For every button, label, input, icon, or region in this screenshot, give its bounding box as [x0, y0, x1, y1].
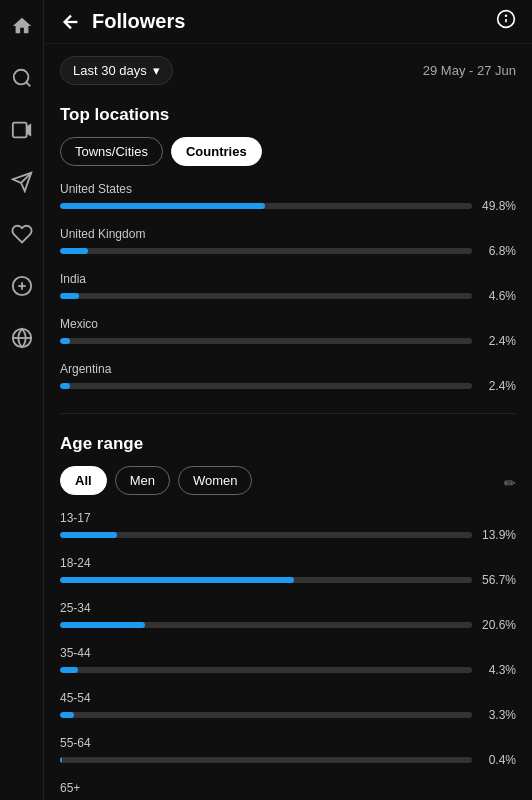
age-bar-35-44: 35-44 4.3% [60, 646, 516, 677]
sidebar-item-send[interactable] [8, 168, 36, 196]
divider-1 [60, 413, 516, 414]
location-bar-argentina: Argentina 2.4% [60, 362, 516, 393]
tab-men[interactable]: Men [115, 466, 170, 495]
svg-point-0 [13, 70, 28, 85]
age-bar-55-64: 55-64 0.4% [60, 736, 516, 767]
tab-countries[interactable]: Countries [171, 137, 262, 166]
sidebar-item-video[interactable] [8, 116, 36, 144]
age-bar-45-54: 45-54 3.3% [60, 691, 516, 722]
svg-rect-2 [12, 123, 26, 138]
dropdown-chevron: ▾ [153, 63, 160, 78]
age-tab-group: All Men Women [60, 466, 516, 495]
edit-icon[interactable]: ✏ [504, 475, 516, 491]
date-filter-dropdown[interactable]: Last 30 days ▾ [60, 56, 173, 85]
page-title: Followers [92, 10, 185, 33]
sidebar [0, 0, 44, 800]
header: Followers [44, 0, 532, 44]
top-locations-section: Top locations Towns/Cities Countries Uni… [60, 105, 516, 393]
sidebar-item-globe[interactable] [8, 324, 36, 352]
location-bar-india: India 4.6% [60, 272, 516, 303]
date-filter-label: Last 30 days [73, 63, 147, 78]
date-row: Last 30 days ▾ 29 May - 27 Jun [60, 44, 516, 97]
location-bar-united-states: United States 49.8% [60, 182, 516, 213]
location-bar-united-kingdom: United Kingdom 6.8% [60, 227, 516, 258]
sidebar-item-search[interactable] [8, 64, 36, 92]
tab-all[interactable]: All [60, 466, 107, 495]
content-area: Last 30 days ▾ 29 May - 27 Jun Top locat… [44, 44, 532, 800]
age-bar-18-24: 18-24 56.7% [60, 556, 516, 587]
info-button[interactable] [496, 9, 516, 34]
sidebar-item-heart[interactable] [8, 220, 36, 248]
date-range-text: 29 May - 27 Jun [423, 63, 516, 78]
back-button[interactable] [60, 11, 82, 33]
top-locations-title: Top locations [60, 105, 516, 125]
sidebar-item-add[interactable] [8, 272, 36, 300]
location-tab-group: Towns/Cities Countries [60, 137, 516, 166]
svg-line-1 [26, 82, 30, 86]
age-bar-13-17: 13-17 13.9% [60, 511, 516, 542]
location-bar-mexico: Mexico 2.4% [60, 317, 516, 348]
age-bar-65plus: 65+ 0.4% [60, 781, 516, 800]
main-content: Followers Last 30 days ▾ 29 May - 27 Jun… [44, 0, 532, 800]
age-bar-25-34: 25-34 20.6% [60, 601, 516, 632]
sidebar-item-home[interactable] [8, 12, 36, 40]
tab-women[interactable]: Women [178, 466, 253, 495]
tab-towns-cities[interactable]: Towns/Cities [60, 137, 163, 166]
age-range-section: Age range All Men Women ✏ 13-17 13.9% 18… [60, 434, 516, 800]
age-range-title: Age range [60, 434, 516, 454]
